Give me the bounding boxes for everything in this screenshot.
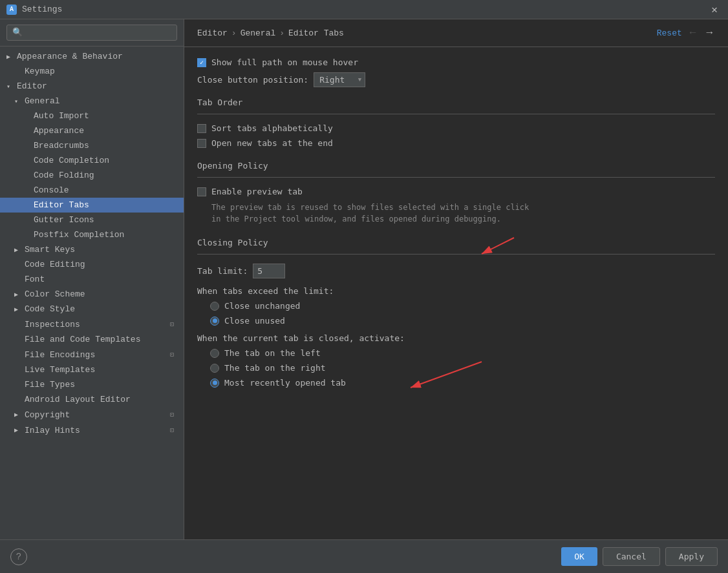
sidebar-item-keymap[interactable]: Keymap [0, 64, 184, 79]
sidebar-arrow-code-style: ▶ [14, 306, 22, 313]
sidebar-item-breadcrumbs[interactable]: Breadcrumbs [0, 138, 184, 153]
open-at-end-wrap[interactable]: Open new tabs at the end [197, 138, 333, 148]
close-unused-row: Close unused [197, 316, 715, 326]
cancel-button[interactable]: Cancel [603, 547, 660, 566]
sidebar-label-color-scheme: Color Scheme [25, 289, 85, 299]
sidebar-item-color-scheme[interactable]: ▶Color Scheme [0, 287, 184, 302]
sidebar-item-code-completion[interactable]: Code Completion [0, 153, 184, 168]
sidebar-label-android-layout-editor: Android Layout Editor [25, 395, 131, 404]
sort-alpha-label: Sort tabs alphabetically [211, 123, 333, 133]
sidebar-label-keymap: Keymap [25, 67, 55, 76]
sidebar-badge-inspections: ⊡ [167, 319, 177, 329]
tab-right-radio[interactable] [210, 364, 219, 373]
help-button[interactable]: ? [10, 548, 27, 565]
sidebar-item-smart-keys[interactable]: ▶Smart Keys [0, 242, 184, 257]
enable-preview-checkbox[interactable] [197, 187, 206, 196]
when-exceed-label: When tabs exceed the limit: [197, 286, 715, 296]
show-full-path-label: Show full path on mouse hover [211, 57, 358, 67]
sidebar-item-console[interactable]: Console [0, 183, 184, 198]
sidebar-label-appearance-behavior: Appearance & Behavior [17, 52, 123, 61]
bottom-bar: ? OK Cancel Apply [0, 539, 728, 573]
sidebar-label-appearance: Appearance [34, 126, 84, 136]
close-unchanged-radio[interactable] [210, 302, 219, 311]
close-unchanged-wrap[interactable]: Close unchanged [210, 301, 300, 311]
enable-preview-wrap[interactable]: Enable preview tab [197, 187, 303, 196]
sidebar-item-general[interactable]: ▾General [0, 94, 184, 109]
closing-policy-title: Closing Policy [197, 238, 715, 247]
tab-order-title: Tab Order [197, 98, 715, 107]
app-icon: A [6, 5, 17, 15]
close-unchanged-row: Close unchanged [197, 301, 715, 311]
sidebar-arrow-appearance-behavior: ▶ [6, 53, 14, 61]
sidebar-item-code-editing[interactable]: Code Editing [0, 257, 184, 272]
breadcrumb-sep1: › [231, 28, 237, 38]
nav-forward-arrow[interactable]: → [703, 26, 715, 40]
sidebar-label-general: General [25, 96, 60, 106]
show-full-path-checkbox-wrap[interactable]: Show full path on mouse hover [197, 57, 358, 67]
sidebar-item-android-layout-editor[interactable]: Android Layout Editor [0, 392, 184, 407]
closing-policy-section: Closing Policy Tab limit: [197, 238, 715, 388]
tab-right-wrap[interactable]: The tab on the right [210, 363, 326, 373]
open-at-end-row: Open new tabs at the end [197, 138, 715, 148]
enable-preview-label: Enable preview tab [211, 187, 303, 196]
show-full-path-row: Show full path on mouse hover [197, 57, 715, 67]
tab-left-radio[interactable] [210, 349, 219, 358]
sidebar-item-code-style[interactable]: ▶Code Style [0, 302, 184, 317]
sidebar-badge-copyright: ⊡ [167, 410, 177, 420]
sidebar-item-appearance-behavior[interactable]: ▶Appearance & Behavior [0, 49, 184, 64]
sidebar-label-file-code-templates: File and Code Templates [25, 335, 140, 344]
sidebar-label-live-templates: Live Templates [25, 365, 95, 375]
show-full-path-checkbox[interactable] [197, 58, 206, 67]
opening-policy-divider [197, 177, 715, 178]
close-button[interactable]: ✕ [707, 2, 722, 17]
sidebar-item-live-templates[interactable]: Live Templates [0, 362, 184, 377]
window-title: Settings [22, 5, 707, 14]
most-recently-wrap[interactable]: Most recently opened tab [210, 378, 346, 388]
sidebar-item-file-types[interactable]: File Types [0, 377, 184, 392]
main-content: ▶Appearance & BehaviorKeymap▾Editor▾Gene… [0, 19, 728, 539]
tab-limit-input[interactable] [253, 264, 285, 278]
sort-alpha-wrap[interactable]: Sort tabs alphabetically [197, 123, 333, 133]
sidebar-item-file-code-templates[interactable]: File and Code Templates [0, 332, 184, 347]
sidebar-label-gutter-icons: Gutter Icons [34, 215, 94, 225]
most-recently-radio[interactable] [210, 379, 219, 388]
closing-policy-divider [197, 254, 715, 255]
sidebar-item-auto-import[interactable]: Auto Import [0, 109, 184, 123]
breadcrumb: Editor › General › Editor Tabs [197, 28, 344, 38]
sort-alphabetically-row: Sort tabs alphabetically [197, 123, 715, 133]
content-scroll: Show full path on mouse hover Close butt… [184, 47, 728, 539]
sidebar-label-postfix-completion: Postfix Completion [34, 230, 124, 240]
sidebar-item-font[interactable]: Font [0, 272, 184, 287]
open-at-end-checkbox[interactable] [197, 139, 206, 148]
opening-policy-section: Opening Policy Enable preview tab The pr… [197, 161, 715, 225]
sidebar-item-postfix-completion[interactable]: Postfix Completion [0, 227, 184, 242]
open-at-end-label: Open new tabs at the end [211, 138, 333, 148]
sidebar-arrow-editor: ▾ [6, 83, 14, 90]
sidebar-label-editor: Editor [17, 81, 47, 91]
nav-back-arrow[interactable]: ← [687, 26, 699, 40]
ok-button[interactable]: OK [561, 547, 597, 566]
sort-alpha-checkbox[interactable] [197, 124, 206, 133]
sidebar-item-inspections[interactable]: Inspections⊡ [0, 317, 184, 332]
sidebar-item-copyright[interactable]: ▶Copyright⊡ [0, 407, 184, 422]
search-input[interactable] [6, 25, 177, 41]
reset-link[interactable]: Reset [657, 28, 682, 38]
close-unchanged-label: Close unchanged [224, 301, 300, 311]
tab-left-wrap[interactable]: The tab on the left [210, 348, 321, 358]
sidebar-item-inlay-hints[interactable]: ▶Inlay Hints⊡ [0, 422, 184, 438]
sidebar-label-code-completion: Code Completion [34, 156, 109, 165]
breadcrumb-editor: Editor [197, 28, 228, 38]
sidebar-item-code-folding[interactable]: Code Folding [0, 168, 184, 183]
close-unused-radio[interactable] [210, 317, 219, 326]
close-unused-wrap[interactable]: Close unused [210, 316, 285, 326]
close-button-position-select[interactable]: Right Left Hover None [314, 72, 365, 87]
apply-button[interactable]: Apply [665, 547, 718, 566]
sidebar-item-gutter-icons[interactable]: Gutter Icons [0, 213, 184, 227]
sidebar-item-editor[interactable]: ▾Editor [0, 79, 184, 94]
sidebar-item-file-encodings[interactable]: File Encodings⊡ [0, 347, 184, 362]
sidebar-label-code-folding: Code Folding [34, 171, 94, 180]
sidebar-label-file-types: File Types [25, 380, 75, 390]
tab-right-label: The tab on the right [224, 363, 326, 373]
sidebar-item-appearance[interactable]: Appearance [0, 123, 184, 138]
sidebar-item-editor-tabs[interactable]: Editor Tabs [0, 198, 184, 213]
